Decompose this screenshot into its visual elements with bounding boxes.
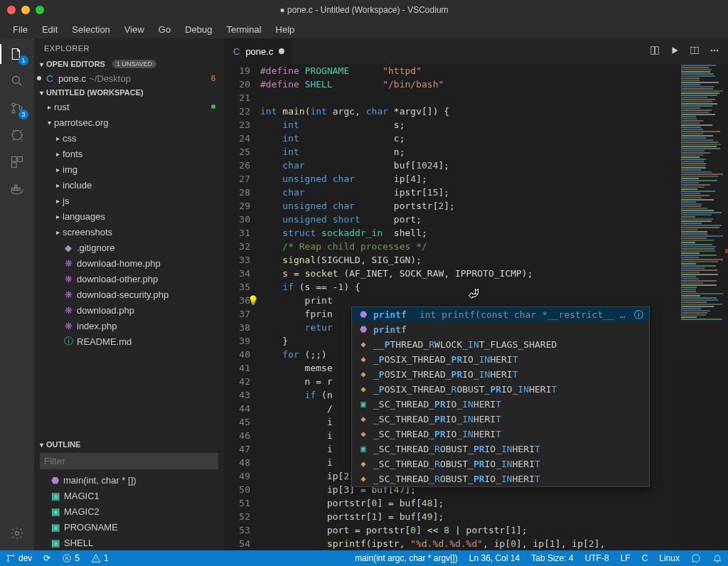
- extensions-icon[interactable]: [7, 152, 27, 172]
- file-item[interactable]: ◆.gitignore: [34, 240, 224, 255]
- file-item[interactable]: ❋download-other.php: [34, 271, 224, 287]
- suggest-item[interactable]: ◆__PTHREAD_RWLOCK_INT_FLAGS_SHARED: [352, 337, 649, 352]
- run-icon[interactable]: [670, 46, 680, 58]
- suggest-item[interactable]: ◆_SC_THREAD_PRIO_INHERIT: [352, 412, 649, 427]
- titlebar: ● pone.c - Untitled (Workspace) - VSCodi…: [0, 0, 728, 20]
- file-item[interactable]: ❋download-home.php: [34, 255, 224, 271]
- minimize-window-button[interactable]: [21, 6, 30, 14]
- menu-help[interactable]: Help: [269, 21, 302, 38]
- outline-item[interactable]: ⬣main(int, char * []): [34, 472, 224, 488]
- status-encoding[interactable]: UTF-8: [579, 553, 615, 563]
- close-window-button[interactable]: [7, 6, 16, 14]
- file-item[interactable]: ❋index.php: [34, 318, 224, 333]
- suggest-kind-icon: ◆: [358, 368, 369, 381]
- more-icon[interactable]: [710, 46, 719, 58]
- status-sync[interactable]: ⟳: [38, 550, 56, 566]
- status-errors[interactable]: 5: [56, 550, 85, 566]
- menu-debug[interactable]: Debug: [178, 21, 219, 38]
- docker-icon[interactable]: [7, 179, 27, 199]
- folder-css[interactable]: ▸css: [34, 130, 224, 146]
- folder-js[interactable]: ▸js: [34, 193, 224, 208]
- outline-header[interactable]: ▾ OUTLINE: [34, 439, 224, 450]
- suggest-widget[interactable]: ⬣printfint printf(const char *__restrict…: [351, 306, 650, 487]
- outline-filter-input[interactable]: [40, 453, 218, 469]
- suggest-item[interactable]: ⬣printf: [352, 322, 649, 337]
- suggest-kind-icon: ◆: [358, 353, 369, 366]
- lightbulb-icon[interactable]: 💡: [247, 294, 259, 307]
- file-item[interactable]: ⓘREADME.md: [34, 333, 224, 349]
- suggest-item[interactable]: ◆_POSIX_THREAD_PRIO_INHERIT: [352, 367, 649, 382]
- git-modified-dot-icon: [211, 105, 215, 109]
- status-feedback-icon[interactable]: [685, 553, 707, 563]
- chevron-down-icon: ▾: [40, 89, 43, 97]
- suggest-item[interactable]: ▣_SC_THREAD_PRIO_INHERIT: [352, 397, 649, 412]
- suggest-item[interactable]: ⬣printfint printf(const char *__restrict…: [352, 307, 649, 322]
- file-item[interactable]: ❋download.php: [34, 302, 224, 318]
- explorer-badge: 1: [18, 55, 28, 65]
- folder-img[interactable]: ▸img: [34, 161, 224, 177]
- open-editor-file[interactable]: C pone.c ~/Desktop 6: [34, 70, 224, 86]
- outline-item[interactable]: ▣MAGIC2: [34, 503, 224, 519]
- svg-point-19: [7, 555, 9, 556]
- status-context[interactable]: main(int argc, char * argv[]): [349, 553, 464, 563]
- constant-icon: ▣: [51, 538, 60, 548]
- chevron-down-icon: ▾: [40, 60, 43, 68]
- info-icon[interactable]: ⓘ: [634, 308, 643, 321]
- outline-item[interactable]: ▣MAGIC1: [34, 488, 224, 503]
- search-icon[interactable]: [7, 71, 27, 91]
- maximize-window-button[interactable]: [36, 6, 44, 14]
- folder-languages[interactable]: ▸languages: [34, 208, 224, 224]
- suggest-item[interactable]: ◆_SC_THREAD_PRIO_INHERIT: [352, 427, 649, 442]
- suggest-kind-icon: ▣: [358, 442, 369, 456]
- suggest-item[interactable]: ◆_SC_THREAD_ROBUST_PRIO_INHERIT: [352, 456, 649, 471]
- method-icon: ⬣: [51, 475, 59, 486]
- status-bell-icon[interactable]: [707, 553, 728, 563]
- suggest-item[interactable]: ◆_POSIX_THREAD_ROBUST_PRIO_INHERIT: [352, 382, 649, 397]
- split-editor-icon[interactable]: [690, 46, 700, 58]
- status-branch[interactable]: dev: [0, 550, 38, 566]
- compare-icon[interactable]: [650, 46, 660, 58]
- chevron-right-icon: ▸: [53, 197, 63, 205]
- outline-item[interactable]: ▣SHELL: [34, 535, 224, 550]
- outline-item[interactable]: ▣PROGNAME: [34, 519, 224, 535]
- menu-file[interactable]: File: [6, 21, 35, 38]
- status-eol[interactable]: LF: [615, 553, 636, 563]
- debug-icon[interactable]: [7, 125, 27, 145]
- scm-badge: 3: [18, 110, 28, 119]
- folder-screenshots[interactable]: ▸screenshots: [34, 224, 224, 240]
- menu-terminal[interactable]: Terminal: [219, 21, 268, 38]
- menu-view[interactable]: View: [117, 21, 151, 38]
- suggest-item[interactable]: ▣_SC_THREAD_ROBUST_PRIO_INHERIT: [352, 442, 649, 456]
- status-bar: dev ⟳ 5 1 main(int argc, char * argv[]) …: [0, 550, 728, 566]
- folder-rust[interactable]: ▸ rust: [34, 99, 224, 114]
- suggest-item[interactable]: ◆_SC_THREAD_ROBUST_PRIO_INHERIT: [352, 471, 649, 486]
- svg-rect-7: [12, 163, 17, 168]
- suggest-kind-icon: ◆: [358, 383, 369, 396]
- unsaved-pill: 1 UNSAVED: [112, 60, 156, 68]
- status-os[interactable]: Linux: [653, 553, 685, 563]
- folder-fonts[interactable]: ▸fonts: [34, 146, 224, 161]
- explorer-icon[interactable]: 1: [7, 44, 27, 64]
- folder-parrotsec[interactable]: ▾ parrotsec.org: [34, 114, 224, 130]
- chevron-right-icon: ▸: [53, 166, 63, 173]
- status-cursor-pos[interactable]: Ln 36, Col 14: [464, 553, 525, 563]
- tab-pone-c[interactable]: C pone.c: [225, 38, 294, 64]
- menu-selection[interactable]: Selection: [65, 21, 117, 38]
- constant-icon: ▣: [51, 491, 60, 501]
- tab-bar: C pone.c: [225, 38, 728, 64]
- status-language[interactable]: C: [636, 553, 654, 563]
- menu-go[interactable]: Go: [151, 21, 178, 38]
- constant-icon: ▣: [51, 506, 60, 517]
- source-control-icon[interactable]: 3: [7, 98, 27, 118]
- folder-include[interactable]: ▸include: [34, 177, 224, 193]
- file-icon: ❋: [63, 274, 74, 284]
- workspace-header[interactable]: ▾ UNTITLED (WORKSPACE): [34, 87, 224, 98]
- code-editor[interactable]: 1920212223242526272829303132333435363738…: [225, 64, 728, 550]
- suggest-item[interactable]: ◆_POSIX_THREAD_PRIO_INHERIT: [352, 352, 649, 367]
- status-warnings[interactable]: 1: [85, 550, 114, 566]
- file-item[interactable]: ❋download-security.php: [34, 287, 224, 302]
- settings-gear-icon[interactable]: [7, 523, 27, 543]
- status-tabsize[interactable]: Tab Size: 4: [525, 553, 579, 563]
- menu-edit[interactable]: Edit: [35, 21, 65, 38]
- open-editors-header[interactable]: ▾ OPEN EDITORS 1 UNSAVED: [34, 58, 224, 70]
